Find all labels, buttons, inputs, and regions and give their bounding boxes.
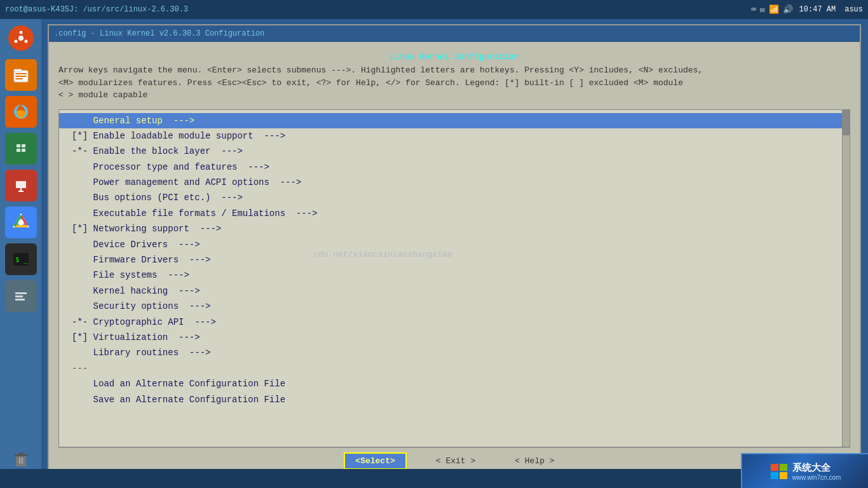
svg-rect-36 <box>780 464 787 471</box>
menu-item-8[interactable]: Device Drivers ---> <box>59 237 850 252</box>
svg-point-1 <box>18 36 24 41</box>
sidebar-item-terminal[interactable]: $ _ <box>5 243 37 275</box>
svg-rect-17 <box>16 181 26 188</box>
keyboard-icon: ⌨ <box>751 4 756 15</box>
help-text: Arrow keys navigate the menu. <Enter> se… <box>58 64 850 102</box>
svg-text:$ _: $ _ <box>15 255 28 264</box>
help-line3: < > module capable <box>58 89 850 102</box>
taskbar-title: root@asus-K43SJ: /usr/src/linux-2.6.30.3 <box>5 5 751 14</box>
kernel-config-title: Linux Kernel Configuration <box>58 48 850 64</box>
select-button[interactable]: <Select> <box>344 452 406 470</box>
bottom-taskbar: 系统大全 www.win7cn.com <box>0 469 868 488</box>
menu-item-4[interactable]: Power management and ACPI options ---> <box>59 175 850 190</box>
menu-items-container: General setup --->[*] Enable loadable mo… <box>59 113 850 407</box>
win7-logo: 系统大全 www.win7cn.com <box>741 453 868 488</box>
svg-rect-33 <box>19 458 20 464</box>
svg-rect-35 <box>771 464 778 471</box>
content-area: Linux Kernel Configuration Arrow keys na… <box>49 42 860 480</box>
menu-item-0[interactable]: General setup ---> <box>59 113 850 128</box>
scrollbar[interactable] <box>842 110 850 447</box>
svg-rect-31 <box>15 454 27 456</box>
username: asus <box>844 5 863 14</box>
clock: 10:47 AM <box>799 5 836 14</box>
svg-rect-32 <box>18 452 24 454</box>
svg-rect-8 <box>15 76 27 77</box>
email-icon: ✉ <box>760 4 765 15</box>
svg-rect-11 <box>14 142 28 156</box>
taskbar-icons: ⌨ ✉ 📶 🔊 10:47 AM asus <box>751 4 863 15</box>
svg-rect-15 <box>22 149 25 152</box>
menu-item-16[interactable]: --- <box>59 361 850 376</box>
exit-button[interactable]: < Exit > <box>426 454 485 468</box>
svg-rect-29 <box>15 299 25 301</box>
sidebar-item-ubuntu[interactable] <box>8 25 34 51</box>
svg-rect-14 <box>17 149 20 152</box>
help-button[interactable]: < Help > <box>505 454 564 468</box>
menu-box: General setup --->[*] Enable loadable mo… <box>58 109 850 448</box>
svg-rect-9 <box>15 78 23 79</box>
menu-item-17[interactable]: Load an Alternate Configuration File <box>59 376 850 391</box>
sidebar-item-spreadsheet[interactable] <box>5 133 37 165</box>
menu-item-6[interactable]: Executable file formats / Emulations ---… <box>59 206 850 221</box>
sidebar: $ _ <box>0 19 41 488</box>
sidebar-item-chrome[interactable] <box>5 207 37 238</box>
menu-item-12[interactable]: Security options ---> <box>59 299 850 314</box>
sidebar-item-files[interactable] <box>5 59 37 91</box>
svg-rect-13 <box>22 144 25 147</box>
svg-point-2 <box>19 31 22 34</box>
audio-icon: 🔊 <box>783 4 793 15</box>
sidebar-item-presentation[interactable] <box>5 170 37 201</box>
svg-rect-38 <box>780 472 787 479</box>
terminal-window: .config - Linux Kernel v2.6.30.3 Configu… <box>48 24 861 482</box>
top-taskbar: root@asus-K43SJ: /usr/src/linux-2.6.30.3… <box>0 0 868 19</box>
terminal-titlebar: .config - Linux Kernel v2.6.30.3 Configu… <box>49 25 860 42</box>
svg-rect-28 <box>15 295 23 297</box>
menu-item-3[interactable]: Processor type and features ---> <box>59 159 850 175</box>
svg-point-23 <box>18 220 24 225</box>
help-line2: <M> modularizes features. Press <Esc><Es… <box>58 77 850 90</box>
menu-item-15[interactable]: Library routines ---> <box>59 345 850 360</box>
menu-item-7[interactable]: [*] Networking support ---> <box>59 221 850 236</box>
svg-point-4 <box>14 40 17 43</box>
svg-rect-37 <box>771 472 778 479</box>
svg-rect-12 <box>17 144 20 147</box>
menu-item-14[interactable]: [*] Virtualization ---> <box>59 330 850 345</box>
menu-item-13[interactable]: -*- Cryptographic API ---> <box>59 315 850 330</box>
svg-rect-6 <box>14 69 22 72</box>
windows-icon <box>770 463 789 480</box>
sidebar-item-firefox[interactable] <box>5 96 37 128</box>
network-icon: 📶 <box>769 4 779 15</box>
svg-rect-7 <box>15 73 27 74</box>
menu-item-5[interactable]: Bus options (PCI etc.) ---> <box>59 190 850 205</box>
menu-item-2[interactable]: -*- Enable the block layer ---> <box>59 144 850 159</box>
win7-logo-text: 系统大全 <box>792 462 841 474</box>
scrollbar-thumb[interactable] <box>843 110 850 135</box>
win7-logo-url: www.win7cn.com <box>792 474 841 481</box>
menu-item-9[interactable]: Firmware Drivers ---> <box>59 252 850 268</box>
svg-rect-27 <box>15 292 27 294</box>
help-line1: Arrow keys navigate the menu. <Enter> se… <box>58 64 850 77</box>
sidebar-item-settings[interactable] <box>5 280 37 312</box>
menu-item-10[interactable]: File systems ---> <box>59 268 850 283</box>
svg-rect-30 <box>16 456 26 466</box>
svg-rect-34 <box>22 458 23 464</box>
terminal-title: .config - Linux Kernel v2.6.30.3 Configu… <box>54 29 264 38</box>
svg-point-3 <box>24 40 27 43</box>
menu-item-18[interactable]: Save an Alternate Configuration File <box>59 392 850 407</box>
menu-item-11[interactable]: Kernel hacking ---> <box>59 283 850 299</box>
menu-item-1[interactable]: [*] Enable loadable module support ---> <box>59 128 850 144</box>
